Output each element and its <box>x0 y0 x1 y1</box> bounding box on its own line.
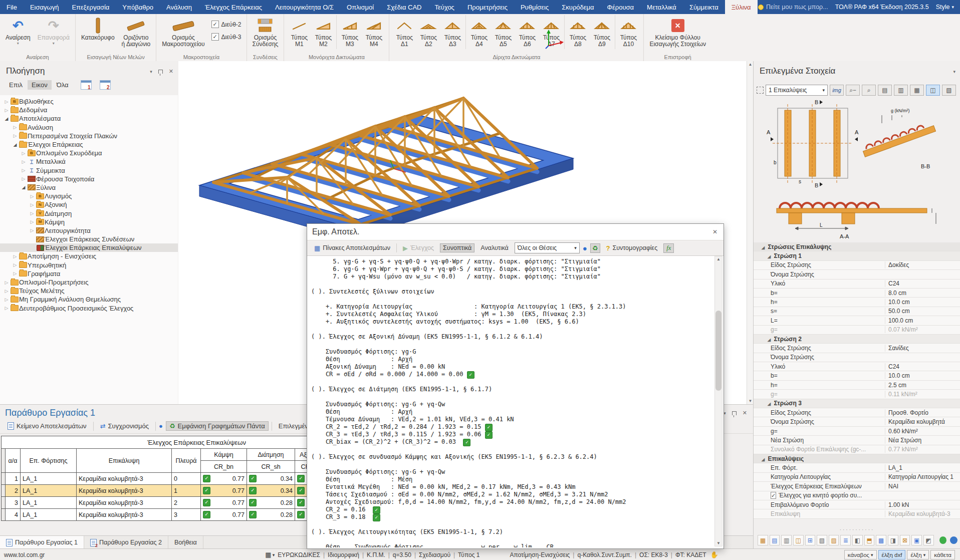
property-value[interactable]: ΝΑΙ <box>885 483 960 490</box>
property-row[interactable]: ✓Έλεγχος για κινητό φορτίο συ... <box>754 491 960 500</box>
pin-icon[interactable] <box>732 411 737 415</box>
result-tables-button[interactable]: ▦Πίνακες Αποτελεσμάτων <box>311 243 393 253</box>
property-value[interactable]: Προσθ. Φορτίο <box>885 409 960 416</box>
tree-item[interactable]: ▷Αποτίμηση - Ενισχύσεις <box>0 252 178 260</box>
expand-icon[interactable]: ▷ <box>20 168 27 173</box>
expand-icon[interactable]: ▷ <box>29 219 36 224</box>
close-icon[interactable]: ✕ <box>169 68 173 75</box>
property-row[interactable]: b=10.0 cm <box>754 371 960 380</box>
expand-icon[interactable]: ▷ <box>12 271 19 276</box>
tree-item[interactable]: ▷Ανάλυση <box>0 123 178 132</box>
workspace-tab[interactable]: Παράθυρο Εργασίας 2 <box>84 536 168 549</box>
scrollbar-thumb[interactable] <box>715 311 722 391</box>
tree-item[interactable]: ◢Έλεγχοι Επάρκειας <box>0 140 178 149</box>
quick-tool-icon[interactable]: ◧ <box>852 535 863 545</box>
tree-item[interactable]: ▷Οπλισμοί-Προμετρήσεις <box>0 278 178 287</box>
tree-item[interactable]: ▷Τεύχος Μελέτης <box>0 287 178 295</box>
tree-item[interactable]: ◢Ξύλινα <box>0 183 178 192</box>
menu-tab[interactable]: Υπόβαθρο <box>116 0 160 14</box>
menu-tab[interactable]: Λειτουργικότητα Ο/Σ <box>269 0 340 14</box>
property-subgroup[interactable]: ◢ Στρώση 2 <box>754 335 960 344</box>
status-blue-icon[interactable] <box>950 536 957 544</box>
property-value[interactable]: 0.60 kN/m² <box>885 428 960 435</box>
dialog-scrollbar[interactable]: ▲ ▼ <box>714 256 723 546</box>
property-row[interactable]: Επιβαλλόμενο Φορτίο1.00 kN <box>754 500 960 509</box>
grid-icon[interactable]: ▦ <box>265 551 271 558</box>
tree-item[interactable]: ▷Πεπερασμένα Στοιχεία Πλακών <box>0 132 178 140</box>
expand-icon[interactable]: ▷ <box>20 176 27 181</box>
results-dialog[interactable]: Εμφ. Αποτελ. ✕ ▦Πίνακες Αποτελεσμάτων ▶Έ… <box>307 223 724 549</box>
pin-icon[interactable] <box>158 70 163 74</box>
nav-tab-eikon[interactable]: Εικον <box>28 80 52 90</box>
menu-tab[interactable]: Σχέδια CAD <box>380 0 428 14</box>
menu-tab[interactable]: Σύμμεικτα <box>683 0 725 14</box>
property-value[interactable]: 10.0 cm <box>885 372 960 379</box>
quick-tool-icon[interactable]: ◫ <box>793 535 804 545</box>
expand-icon[interactable]: ▷ <box>29 202 36 207</box>
property-value[interactable]: 0.11 kN/m² <box>885 391 960 398</box>
nav-tab-epil[interactable]: Επιλ <box>5 80 27 90</box>
tree-item[interactable]: ▷⌶Σύμμεικτα <box>0 166 178 175</box>
detailed-toggle[interactable]: Αναλυτικά <box>477 243 511 252</box>
quick-tool-icon[interactable]: ⊞ <box>805 535 816 545</box>
zoom-out-icon[interactable]: ⌕− <box>846 85 860 96</box>
direction-2-checkbox[interactable]: ✓Διεύθ-2 <box>211 21 242 28</box>
expand-icon[interactable]: ▷ <box>29 228 36 233</box>
collapse-icon[interactable]: ◢ <box>768 402 772 406</box>
tree-item[interactable]: ▷BΛυγισμός <box>0 192 178 200</box>
property-value[interactable]: Δοκίδες <box>885 261 960 268</box>
quick-tool-icon[interactable]: ◨ <box>888 535 898 545</box>
refresh-button[interactable]: ♻ <box>590 243 600 253</box>
expand-icon[interactable]: ▷ <box>12 125 19 130</box>
element-type-select[interactable]: 1 Επικαλύψεις▾ <box>766 85 828 96</box>
collapse-icon[interactable]: ◢ <box>768 338 772 342</box>
status-green-icon[interactable] <box>939 536 947 544</box>
property-value[interactable]: C24 <box>885 363 960 370</box>
text-results-button[interactable]: Κείμενο Αποτελεσμάτων <box>4 421 90 431</box>
report-icon-1[interactable]: ▤ <box>878 85 892 96</box>
property-value[interactable]: 50.0 cm <box>885 308 960 315</box>
truss-type-button-Μ3[interactable]: ΤύποςΜ3 <box>338 15 362 49</box>
tree-item[interactable]: ▷Γραφήματα <box>0 269 178 278</box>
zoom-in-icon[interactable]: ⌕ <box>862 85 876 96</box>
tree-item[interactable]: ▷NΑξονική <box>0 200 178 209</box>
report-icon-4[interactable]: ▧ <box>942 85 956 96</box>
property-row[interactable]: Είδος ΣτρώσηςΔοκίδες <box>754 261 960 270</box>
expand-icon[interactable]: ▷ <box>20 151 27 156</box>
results-console[interactable]: 5. γg·G + γq·S + γq·ψ0·Q + γq·ψ0·Wpr / κ… <box>311 258 713 547</box>
property-value[interactable]: 0.07 kN/m² <box>885 326 960 333</box>
quick-tool-icon[interactable]: ▨ <box>829 535 839 545</box>
property-row[interactable]: Όνομα Στρώσης <box>754 270 960 279</box>
truss-type-button-Δ4[interactable]: ΤύποςΔ4 <box>467 15 491 49</box>
selection-marquee-icon[interactable] <box>757 87 764 94</box>
tree-item[interactable]: ◢Αποτελέσματα <box>0 114 178 123</box>
sphere-icon[interactable]: ● <box>159 422 163 430</box>
truss-type-button-Δ3[interactable]: ΤύποςΔ3 <box>440 15 464 49</box>
tree-item[interactable]: ▷BΒιβλιοθήκες <box>0 97 178 106</box>
expand-icon[interactable]: ▷ <box>12 262 19 267</box>
quick-tool-icon[interactable]: ▤ <box>770 535 780 545</box>
tree-item[interactable]: ▷Φέρουσα Τοιχοποιία <box>0 175 178 183</box>
vertical-member-button[interactable]: Κατακόρυφο <box>78 15 118 49</box>
fx-button[interactable]: fx <box>663 243 674 253</box>
sync-button[interactable]: ⇄Συγχρονισμός <box>97 421 152 431</box>
property-value[interactable]: LA_1 <box>885 464 960 471</box>
snap-button-έλξη[interactable]: έλξη▾ <box>907 550 929 559</box>
property-value[interactable]: 2.5 cm <box>885 382 960 389</box>
expand-icon[interactable]: ▷ <box>3 108 10 113</box>
quick-tool-icon[interactable]: ▧ <box>817 535 827 545</box>
tree-item[interactable]: ▷Μη Γραμμική Ανάλυση Θεμελίωσης <box>0 295 178 304</box>
brief-toggle[interactable]: Συνοπτικά <box>440 243 474 252</box>
property-value[interactable]: 8.0 cm <box>885 290 960 297</box>
tree-item[interactable]: Έλεγχοι Επάρκειας Συνδέσεων <box>0 235 178 243</box>
property-value[interactable]: Κεραμίδια κολυμβητά <box>885 418 960 425</box>
workspace-tab[interactable]: Παράθυρο Εργασίας 1 <box>0 536 84 549</box>
property-value[interactable]: 1.00 kN <box>885 501 960 508</box>
tree-item[interactable]: ▷VΔιάτμηση <box>0 209 178 217</box>
quick-tool-icon[interactable]: ▦ <box>758 535 768 545</box>
expand-icon[interactable]: ▷ <box>3 99 10 104</box>
quick-tool-icon[interactable]: ▣ <box>911 535 922 545</box>
menu-tab[interactable]: Τεύχος <box>428 0 460 14</box>
close-icon[interactable]: ✕ <box>712 228 724 235</box>
abbreviations-button[interactable]: ?Συντομογραφίες <box>603 243 661 253</box>
